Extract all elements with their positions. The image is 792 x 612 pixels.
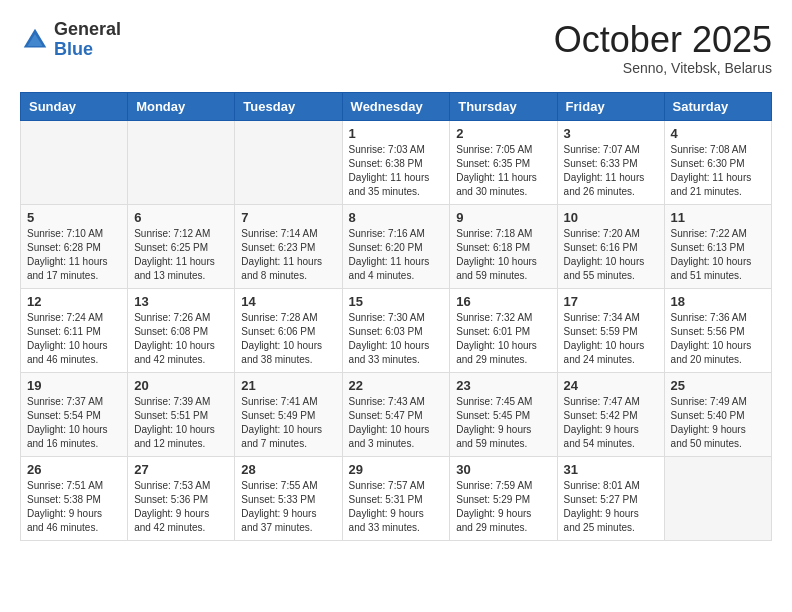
day-number: 31 bbox=[564, 462, 658, 477]
week-row-3: 12Sunrise: 7:24 AM Sunset: 6:11 PM Dayli… bbox=[21, 288, 772, 372]
calendar-cell: 29Sunrise: 7:57 AM Sunset: 5:31 PM Dayli… bbox=[342, 456, 450, 540]
calendar-cell: 7Sunrise: 7:14 AM Sunset: 6:23 PM Daylig… bbox=[235, 204, 342, 288]
day-number: 19 bbox=[27, 378, 121, 393]
calendar-cell: 28Sunrise: 7:55 AM Sunset: 5:33 PM Dayli… bbox=[235, 456, 342, 540]
day-info: Sunrise: 7:22 AM Sunset: 6:13 PM Dayligh… bbox=[671, 227, 765, 283]
weekday-header-monday: Monday bbox=[128, 92, 235, 120]
weekday-header-tuesday: Tuesday bbox=[235, 92, 342, 120]
day-info: Sunrise: 7:43 AM Sunset: 5:47 PM Dayligh… bbox=[349, 395, 444, 451]
calendar-cell: 17Sunrise: 7:34 AM Sunset: 5:59 PM Dayli… bbox=[557, 288, 664, 372]
day-info: Sunrise: 7:07 AM Sunset: 6:33 PM Dayligh… bbox=[564, 143, 658, 199]
weekday-header-row: SundayMondayTuesdayWednesdayThursdayFrid… bbox=[21, 92, 772, 120]
day-info: Sunrise: 7:45 AM Sunset: 5:45 PM Dayligh… bbox=[456, 395, 550, 451]
day-info: Sunrise: 7:34 AM Sunset: 5:59 PM Dayligh… bbox=[564, 311, 658, 367]
day-number: 21 bbox=[241, 378, 335, 393]
day-info: Sunrise: 7:18 AM Sunset: 6:18 PM Dayligh… bbox=[456, 227, 550, 283]
logo-general: General bbox=[54, 19, 121, 39]
day-number: 13 bbox=[134, 294, 228, 309]
logo-blue: Blue bbox=[54, 39, 93, 59]
month-title: October 2025 bbox=[554, 20, 772, 60]
calendar-cell bbox=[235, 120, 342, 204]
day-info: Sunrise: 7:36 AM Sunset: 5:56 PM Dayligh… bbox=[671, 311, 765, 367]
week-row-5: 26Sunrise: 7:51 AM Sunset: 5:38 PM Dayli… bbox=[21, 456, 772, 540]
day-info: Sunrise: 7:24 AM Sunset: 6:11 PM Dayligh… bbox=[27, 311, 121, 367]
day-info: Sunrise: 7:30 AM Sunset: 6:03 PM Dayligh… bbox=[349, 311, 444, 367]
day-number: 10 bbox=[564, 210, 658, 225]
calendar-cell: 8Sunrise: 7:16 AM Sunset: 6:20 PM Daylig… bbox=[342, 204, 450, 288]
day-number: 26 bbox=[27, 462, 121, 477]
day-info: Sunrise: 7:59 AM Sunset: 5:29 PM Dayligh… bbox=[456, 479, 550, 535]
day-info: Sunrise: 7:10 AM Sunset: 6:28 PM Dayligh… bbox=[27, 227, 121, 283]
day-number: 5 bbox=[27, 210, 121, 225]
day-number: 8 bbox=[349, 210, 444, 225]
day-number: 18 bbox=[671, 294, 765, 309]
calendar-cell: 23Sunrise: 7:45 AM Sunset: 5:45 PM Dayli… bbox=[450, 372, 557, 456]
day-info: Sunrise: 7:55 AM Sunset: 5:33 PM Dayligh… bbox=[241, 479, 335, 535]
weekday-header-sunday: Sunday bbox=[21, 92, 128, 120]
calendar-cell: 10Sunrise: 7:20 AM Sunset: 6:16 PM Dayli… bbox=[557, 204, 664, 288]
day-number: 12 bbox=[27, 294, 121, 309]
calendar-cell: 15Sunrise: 7:30 AM Sunset: 6:03 PM Dayli… bbox=[342, 288, 450, 372]
day-number: 9 bbox=[456, 210, 550, 225]
calendar-cell: 22Sunrise: 7:43 AM Sunset: 5:47 PM Dayli… bbox=[342, 372, 450, 456]
calendar-cell: 9Sunrise: 7:18 AM Sunset: 6:18 PM Daylig… bbox=[450, 204, 557, 288]
calendar-cell: 11Sunrise: 7:22 AM Sunset: 6:13 PM Dayli… bbox=[664, 204, 771, 288]
weekday-header-wednesday: Wednesday bbox=[342, 92, 450, 120]
calendar-cell: 21Sunrise: 7:41 AM Sunset: 5:49 PM Dayli… bbox=[235, 372, 342, 456]
weekday-header-saturday: Saturday bbox=[664, 92, 771, 120]
day-info: Sunrise: 7:39 AM Sunset: 5:51 PM Dayligh… bbox=[134, 395, 228, 451]
day-number: 14 bbox=[241, 294, 335, 309]
day-info: Sunrise: 7:03 AM Sunset: 6:38 PM Dayligh… bbox=[349, 143, 444, 199]
calendar-cell: 19Sunrise: 7:37 AM Sunset: 5:54 PM Dayli… bbox=[21, 372, 128, 456]
day-number: 6 bbox=[134, 210, 228, 225]
day-number: 16 bbox=[456, 294, 550, 309]
calendar-cell: 6Sunrise: 7:12 AM Sunset: 6:25 PM Daylig… bbox=[128, 204, 235, 288]
week-row-4: 19Sunrise: 7:37 AM Sunset: 5:54 PM Dayli… bbox=[21, 372, 772, 456]
logo-icon bbox=[20, 25, 50, 55]
day-info: Sunrise: 7:51 AM Sunset: 5:38 PM Dayligh… bbox=[27, 479, 121, 535]
day-number: 17 bbox=[564, 294, 658, 309]
day-number: 25 bbox=[671, 378, 765, 393]
day-number: 4 bbox=[671, 126, 765, 141]
day-number: 27 bbox=[134, 462, 228, 477]
calendar-cell: 25Sunrise: 7:49 AM Sunset: 5:40 PM Dayli… bbox=[664, 372, 771, 456]
calendar-cell: 13Sunrise: 7:26 AM Sunset: 6:08 PM Dayli… bbox=[128, 288, 235, 372]
day-number: 1 bbox=[349, 126, 444, 141]
day-number: 28 bbox=[241, 462, 335, 477]
day-info: Sunrise: 7:57 AM Sunset: 5:31 PM Dayligh… bbox=[349, 479, 444, 535]
calendar-cell: 26Sunrise: 7:51 AM Sunset: 5:38 PM Dayli… bbox=[21, 456, 128, 540]
calendar-cell: 27Sunrise: 7:53 AM Sunset: 5:36 PM Dayli… bbox=[128, 456, 235, 540]
day-info: Sunrise: 7:37 AM Sunset: 5:54 PM Dayligh… bbox=[27, 395, 121, 451]
page-header: General Blue October 2025 Senno, Vitebsk… bbox=[20, 20, 772, 76]
calendar-cell: 24Sunrise: 7:47 AM Sunset: 5:42 PM Dayli… bbox=[557, 372, 664, 456]
day-info: Sunrise: 8:01 AM Sunset: 5:27 PM Dayligh… bbox=[564, 479, 658, 535]
day-info: Sunrise: 7:53 AM Sunset: 5:36 PM Dayligh… bbox=[134, 479, 228, 535]
day-info: Sunrise: 7:14 AM Sunset: 6:23 PM Dayligh… bbox=[241, 227, 335, 283]
day-number: 20 bbox=[134, 378, 228, 393]
weekday-header-friday: Friday bbox=[557, 92, 664, 120]
day-number: 22 bbox=[349, 378, 444, 393]
calendar-cell: 3Sunrise: 7:07 AM Sunset: 6:33 PM Daylig… bbox=[557, 120, 664, 204]
logo: General Blue bbox=[20, 20, 121, 60]
calendar-cell: 1Sunrise: 7:03 AM Sunset: 6:38 PM Daylig… bbox=[342, 120, 450, 204]
title-area: October 2025 Senno, Vitebsk, Belarus bbox=[554, 20, 772, 76]
day-info: Sunrise: 7:47 AM Sunset: 5:42 PM Dayligh… bbox=[564, 395, 658, 451]
day-info: Sunrise: 7:49 AM Sunset: 5:40 PM Dayligh… bbox=[671, 395, 765, 451]
day-info: Sunrise: 7:41 AM Sunset: 5:49 PM Dayligh… bbox=[241, 395, 335, 451]
calendar-cell: 31Sunrise: 8:01 AM Sunset: 5:27 PM Dayli… bbox=[557, 456, 664, 540]
week-row-2: 5Sunrise: 7:10 AM Sunset: 6:28 PM Daylig… bbox=[21, 204, 772, 288]
calendar-cell: 16Sunrise: 7:32 AM Sunset: 6:01 PM Dayli… bbox=[450, 288, 557, 372]
day-number: 23 bbox=[456, 378, 550, 393]
day-info: Sunrise: 7:05 AM Sunset: 6:35 PM Dayligh… bbox=[456, 143, 550, 199]
calendar-cell bbox=[21, 120, 128, 204]
day-info: Sunrise: 7:12 AM Sunset: 6:25 PM Dayligh… bbox=[134, 227, 228, 283]
calendar-cell: 30Sunrise: 7:59 AM Sunset: 5:29 PM Dayli… bbox=[450, 456, 557, 540]
calendar-cell: 14Sunrise: 7:28 AM Sunset: 6:06 PM Dayli… bbox=[235, 288, 342, 372]
day-info: Sunrise: 7:20 AM Sunset: 6:16 PM Dayligh… bbox=[564, 227, 658, 283]
calendar-cell bbox=[664, 456, 771, 540]
day-info: Sunrise: 7:26 AM Sunset: 6:08 PM Dayligh… bbox=[134, 311, 228, 367]
day-number: 11 bbox=[671, 210, 765, 225]
day-number: 2 bbox=[456, 126, 550, 141]
day-number: 30 bbox=[456, 462, 550, 477]
day-info: Sunrise: 7:32 AM Sunset: 6:01 PM Dayligh… bbox=[456, 311, 550, 367]
